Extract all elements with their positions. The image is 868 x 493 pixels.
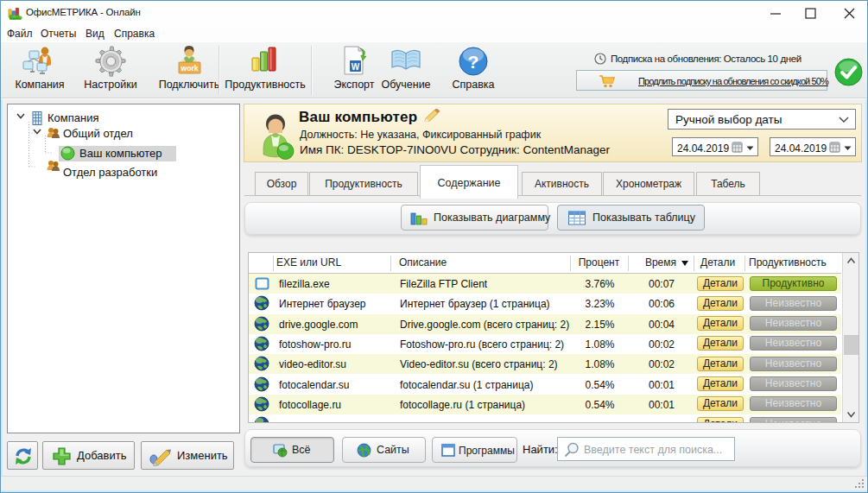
svg-text:work: work <box>181 64 199 73</box>
svg-text:?: ? <box>468 52 479 72</box>
svg-text:W: W <box>352 62 360 72</box>
